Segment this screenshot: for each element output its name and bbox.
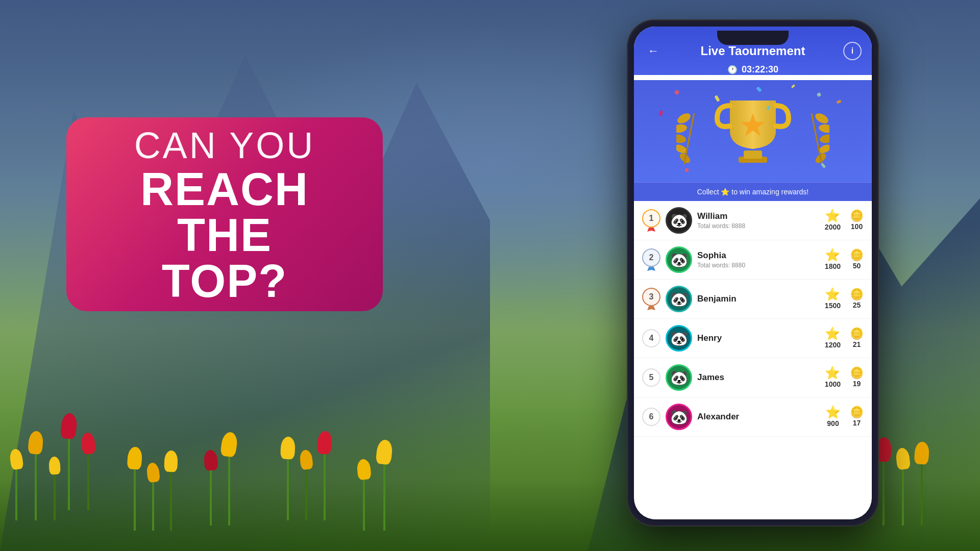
player-sub-william: Total words: 8888 (697, 222, 820, 230)
header-title: Live Taournement (663, 44, 843, 58)
player-name-william: William (697, 211, 820, 221)
rank-6: 6 (642, 408, 660, 426)
trophy-icon (712, 90, 794, 172)
svg-point-0 (676, 111, 692, 126)
right-laurel-icon (794, 106, 829, 172)
coin-icon-3: 🪙 (850, 289, 864, 300)
rank-3: 3 (642, 288, 660, 306)
player-info-alexander: Alexander (697, 412, 820, 422)
player-info-benjamin: Benjamin (697, 294, 820, 304)
score-william: ⭐ 2000 (825, 210, 841, 231)
leaderboard-row-1: 1 🐼 William Total words: 8888 ⭐ 2000 🪙 (634, 201, 872, 240)
phone-screen: ← Live Taournement i 🕐 03:22:30 (634, 27, 872, 519)
phone-wrapper: ← Live Taournement i 🕐 03:22:30 (628, 20, 878, 525)
player-name-sophia: Sophia (697, 251, 820, 261)
avatar-sophia: 🐼 (666, 246, 692, 273)
confetti (659, 110, 663, 116)
timer-value: 03:22:30 (742, 64, 778, 75)
coins-henry: 🪙 21 (850, 328, 864, 348)
star-icon-6: ⭐ (825, 406, 841, 418)
rank-1-wrapper: 1 (642, 209, 660, 232)
star-icon-3: ⭐ (825, 288, 840, 300)
avatar-james: 🐼 (666, 364, 692, 391)
avatar-william: 🐼 (666, 207, 692, 234)
svg-point-2 (676, 134, 687, 144)
svg-point-9 (814, 111, 829, 126)
trophy-container (676, 90, 829, 172)
player-name-benjamin: Benjamin (697, 294, 820, 304)
player-info-william: William Total words: 8888 (697, 211, 820, 230)
coins-william: 🪙 100 (850, 210, 864, 231)
phone-outer: ← Live Taournement i 🕐 03:22:30 (628, 20, 878, 525)
coin-num-james: 19 (853, 380, 861, 388)
coin-icon-2: 🪙 (850, 249, 864, 261)
medal-ribbon-2 (647, 267, 655, 271)
info-button[interactable]: i (843, 42, 862, 60)
player-info-sophia: Sophia Total words: 8880 (697, 251, 820, 269)
score-sophia: ⭐ 1800 (825, 249, 841, 270)
star-icon-2: ⭐ (825, 249, 840, 261)
promo-line3: TOP? (162, 258, 287, 304)
score-num-benjamin: 1500 (825, 302, 841, 310)
leaderboard-row-2: 2 🐼 Sophia Total words: 8880 ⭐ 1800 🪙 (634, 240, 872, 280)
leaderboard-row-3: 3 🐼 Benjamin ⭐ 1500 🪙 25 (634, 280, 872, 319)
timer-icon: 🕐 (727, 65, 738, 74)
promo-line2: REACH THE (87, 166, 362, 258)
star-icon-4: ⭐ (825, 328, 840, 340)
medal-ribbon-3 (647, 306, 655, 310)
rank-5: 5 (642, 368, 660, 387)
avatar-henry: 🐼 (666, 325, 692, 352)
left-laurel-icon (676, 106, 712, 172)
player-info-henry: Henry (697, 333, 820, 343)
coin-icon-6: 🪙 (850, 407, 864, 418)
score-num-james: 1000 (825, 380, 841, 388)
coin-num-sophia: 50 (853, 262, 861, 270)
avatar-alexander: 🐼 (666, 404, 692, 430)
star-icon-5: ⭐ (825, 367, 840, 379)
coin-num-alexander: 17 (853, 419, 861, 427)
svg-point-1 (676, 123, 688, 134)
phone-notch (717, 31, 789, 45)
confetti (836, 100, 841, 104)
confetti (684, 168, 689, 172)
coin-num-william: 100 (851, 222, 863, 231)
coin-icon-4: 🪙 (850, 328, 864, 339)
coins-benjamin: 🪙 25 (850, 289, 864, 309)
player-name-henry: Henry (697, 333, 820, 343)
promo-line1: CAN YOU (134, 124, 315, 166)
svg-point-11 (819, 134, 829, 144)
leaderboard: 1 🐼 William Total words: 8888 ⭐ 2000 🪙 (634, 201, 872, 437)
rank-4: 4 (642, 329, 660, 347)
medal-ribbon-1 (647, 228, 655, 232)
player-sub-sophia: Total words: 8880 (697, 262, 820, 269)
promo-card: CAN YOU REACH THE TOP? (66, 117, 383, 311)
star-icon-1: ⭐ (825, 210, 840, 222)
score-james: ⭐ 1000 (825, 367, 841, 388)
confetti (791, 84, 795, 88)
rank-4-wrapper: 4 (642, 329, 660, 347)
score-alexander: ⭐ 900 (825, 406, 841, 428)
avatar-benjamin: 🐼 (666, 286, 692, 312)
rank-1: 1 (642, 209, 660, 228)
score-henry: ⭐ 1200 (825, 328, 841, 349)
coin-num-henry: 21 (853, 340, 861, 348)
player-info-james: James (697, 372, 820, 383)
player-name-james: James (697, 372, 820, 383)
coins-james: 🪙 19 (850, 367, 864, 388)
coin-icon-1: 🪙 (850, 210, 864, 221)
rank-2-wrapper: 2 (642, 248, 660, 271)
reward-bar: Collect ⭐ to win amazing rewards! (634, 182, 872, 201)
coins-alexander: 🪙 17 (850, 407, 864, 427)
rank-6-wrapper: 6 (642, 408, 660, 426)
leaderboard-row-4: 4 🐼 Henry ⭐ 1200 🪙 21 (634, 319, 872, 358)
rank-5-wrapper: 5 (642, 368, 660, 387)
svg-rect-7 (744, 151, 762, 159)
back-button[interactable]: ← (644, 42, 663, 60)
coin-num-benjamin: 25 (853, 301, 861, 309)
score-num-william: 2000 (825, 223, 841, 231)
leaderboard-row-5: 5 🐼 James ⭐ 1000 🪙 19 (634, 358, 872, 397)
coins-sophia: 🪙 50 (850, 249, 864, 270)
leaderboard-row-6: 6 🐼 Alexander ⭐ 900 🪙 17 (634, 397, 872, 437)
score-num-alexander: 900 (827, 419, 839, 428)
trophy-area (634, 80, 872, 182)
